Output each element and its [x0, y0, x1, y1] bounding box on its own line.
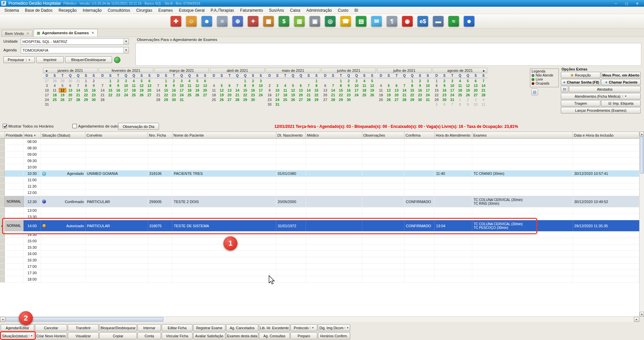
calendar-day[interactable]: 22: [162, 93, 170, 97]
calendar-day[interactable]: 14: [400, 88, 408, 93]
calendar-day[interactable]: 13: [66, 88, 74, 93]
calendar-day[interactable]: 27: [321, 97, 329, 102]
calendar-day[interactable]: 31: [74, 79, 82, 83]
table-row-1630[interactable]: 16:30: [0, 257, 639, 263]
calendar-day[interactable]: 12: [193, 83, 201, 88]
calendar-day[interactable]: 16: [266, 93, 273, 97]
calendar-day[interactable]: 19: [385, 93, 392, 97]
col-header-nro-ficha[interactable]: Nro. Ficha: [148, 132, 172, 138]
calendar-day[interactable]: 13: [393, 88, 400, 93]
calendar-day[interactable]: 7: [233, 83, 241, 88]
calendar-day[interactable]: 16: [440, 88, 448, 93]
calendar-day[interactable]: 7: [329, 83, 337, 88]
calendar-day[interactable]: 25: [281, 97, 289, 102]
calendar-day[interactable]: 3: [257, 79, 265, 83]
day-note-button[interactable]: Observação do Dia: [118, 123, 159, 130]
calendar-day[interactable]: 28: [305, 97, 312, 102]
phone-icon[interactable]: ☎: [340, 16, 351, 27]
tab-agendamento-de-exames[interactable]: ▦Agendamento de Exames✕: [34, 29, 98, 37]
calendar-day[interactable]: 21: [305, 93, 312, 97]
calendar-day[interactable]: 5: [433, 102, 440, 107]
other-units-checkbox[interactable]: [72, 124, 77, 128]
col-header-hora-atendimento[interactable]: Hora do Atendimento: [435, 132, 472, 138]
calendar-day[interactable]: 30: [249, 97, 257, 102]
table-row-1400[interactable]: ▸NORMAL14:00AutorizadoPARTICULAR318075TE…: [0, 220, 639, 232]
calendar-day[interactable]: 29: [433, 97, 440, 102]
calendar-day[interactable]: 25: [185, 93, 193, 97]
chevron-down-icon[interactable]: ▼: [29, 335, 33, 337]
ambulance-icon[interactable]: ✦: [248, 16, 259, 27]
col-header-situacao[interactable]: Situação (Status): [41, 132, 86, 138]
calendar-day[interactable]: 5: [138, 79, 145, 83]
calendar-day[interactable]: 29: [241, 97, 249, 102]
calendar-day[interactable]: 21: [233, 93, 241, 97]
transport-icon[interactable]: ⊕: [232, 16, 243, 27]
calendar-day[interactable]: 28: [400, 97, 408, 102]
calendar-day[interactable]: 12: [218, 88, 225, 93]
calendar-day[interactable]: 24: [448, 93, 456, 97]
calendar-day[interactable]: 22: [313, 93, 320, 97]
calendar-day[interactable]: 27: [146, 93, 153, 97]
table-row-1430[interactable]: 14:30: [0, 232, 639, 238]
calendar-day[interactable]: 13: [321, 88, 329, 93]
bottom-button-bloquear-desbloquear[interactable]: Bloquear/Desbloquear: [99, 324, 137, 331]
vertical-scrollbar[interactable]: ▲ ▼: [639, 132, 644, 317]
calendar-day[interactable]: 14: [305, 88, 312, 93]
calendar-day[interactable]: 26: [289, 97, 297, 102]
calendar-day[interactable]: 9: [416, 83, 424, 88]
col-header-convenio[interactable]: Convênio: [86, 132, 148, 138]
calendar-day[interactable]: 6: [226, 83, 233, 88]
calendar-day[interactable]: 24: [353, 93, 360, 97]
calendar-day[interactable]: 27: [297, 97, 305, 102]
calendar-day[interactable]: 3: [122, 79, 130, 83]
bottom-button-internar[interactable]: Internar: [138, 324, 161, 331]
spreadsheet-icon[interactable]: ▤: [561, 86, 568, 92]
calendar-day[interactable]: 2: [90, 79, 98, 83]
calendar-day[interactable]: 17: [353, 88, 360, 93]
calendar-day[interactable]: 14: [154, 88, 162, 93]
chevron-down-icon[interactable]: ▼: [345, 327, 349, 329]
calendar-day[interactable]: 23: [90, 93, 98, 97]
extras-button-imp-etiqueta[interactable]: ▤Imp. Etiqueta: [601, 100, 641, 106]
calendar-day[interactable]: 29: [59, 79, 66, 83]
calendar-day[interactable]: 13: [297, 88, 305, 93]
col-header-confirma[interactable]: Confirma: [405, 132, 435, 138]
calendar-day[interactable]: 8: [408, 83, 416, 88]
calendar-day[interactable]: 13: [201, 83, 209, 88]
calendar-day[interactable]: 7: [74, 83, 82, 88]
bottom-button-cancelar[interactable]: Cancelar: [35, 324, 67, 331]
table-row-0830[interactable]: 08:30: [0, 145, 639, 151]
calendar-day[interactable]: 11: [281, 88, 289, 93]
menu-internacao[interactable]: Internação: [79, 7, 105, 14]
calendar-day[interactable]: 22: [408, 93, 416, 97]
table-row-1130[interactable]: 11:30: [0, 183, 639, 190]
calendar-day[interactable]: 18: [456, 88, 464, 93]
calendar-day[interactable]: 26: [193, 93, 201, 97]
col-header-prioridade[interactable]: Prioridade: [5, 132, 23, 138]
calendar-day[interactable]: 5: [193, 79, 201, 83]
calendar-day[interactable]: 20: [472, 88, 479, 93]
calendar-day[interactable]: 8: [433, 83, 440, 88]
calendar-day[interactable]: 30: [90, 97, 98, 102]
calendar-day[interactable]: 21: [99, 93, 106, 97]
calendar-day[interactable]: 19: [138, 88, 145, 93]
calendar-day[interactable]: 25: [210, 97, 218, 102]
calendar-day[interactable]: 3: [353, 79, 360, 83]
calendar-day[interactable]: 25: [377, 97, 385, 102]
calendar-day[interactable]: 11: [185, 83, 193, 88]
col-header-hora[interactable]: Hora▲: [23, 132, 41, 138]
calendar-day[interactable]: 14: [99, 88, 106, 93]
pesquisar-button[interactable]: Pesquisar ▼: [3, 56, 35, 63]
table-row-1530[interactable]: 15:30: [0, 244, 639, 251]
label-printer-icon[interactable]: ▬: [433, 16, 444, 27]
calendar-day[interactable]: 6: [146, 79, 153, 83]
calendar-day[interactable]: 28: [99, 97, 106, 102]
supplies-icon[interactable]: ▦: [263, 16, 274, 27]
calendar-day[interactable]: 30: [345, 97, 353, 102]
calendar-day[interactable]: 17: [122, 88, 130, 93]
calendar-day[interactable]: 3: [472, 97, 479, 102]
calendar-day[interactable]: 30: [440, 97, 448, 102]
calendar-day[interactable]: 4: [480, 97, 487, 102]
vertical-scroll-thumb[interactable]: [640, 137, 644, 174]
calendar-day[interactable]: 16: [114, 88, 122, 93]
